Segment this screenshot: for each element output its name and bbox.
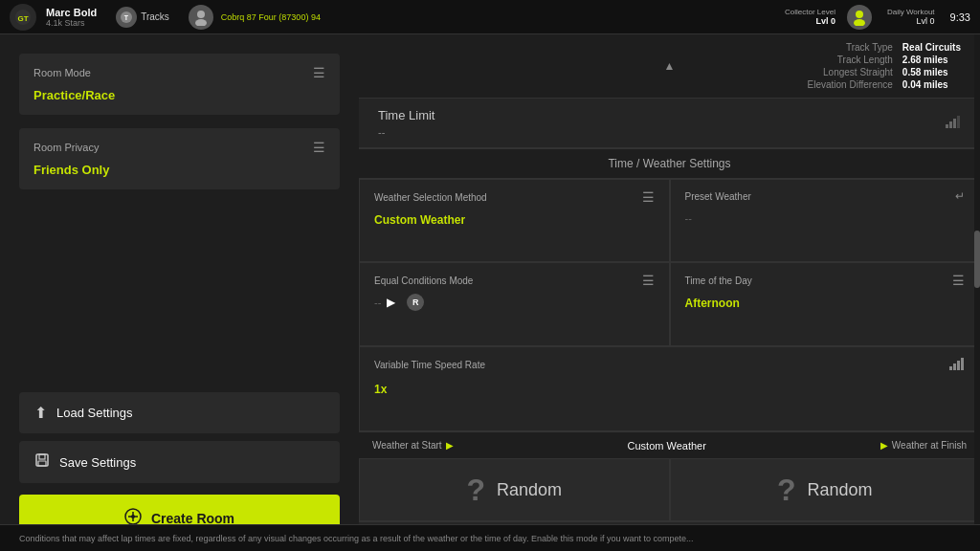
svg-point-4	[197, 11, 205, 18]
top-bar-credits: Collector Level Lvl 0 Daily Workout Lvl …	[785, 5, 970, 30]
track-stats: Track Type Real Circuits Track Length 2.…	[808, 42, 961, 90]
daily-label: Daily Workout	[887, 8, 935, 16]
variable-rate-label: Variable Time Speed Rate	[374, 360, 485, 370]
clock: 9:33	[950, 11, 970, 23]
svg-rect-19	[949, 366, 952, 370]
tracks-label: Tracks	[141, 11, 169, 22]
random-right-option[interactable]: ? Random	[670, 458, 981, 521]
svg-rect-22	[961, 358, 964, 370]
svg-point-6	[856, 11, 863, 18]
variable-rate-cell: Variable Time Speed Rate 1x	[359, 346, 980, 431]
settings-grid: Weather Selection Method ☰ Custom Weathe…	[359, 179, 980, 431]
svg-point-5	[195, 19, 207, 26]
user-name: Marc Bold	[46, 7, 97, 18]
daily-value: Lvl 0	[917, 16, 935, 26]
credits-display: Cobrq 87 Four (87300) 94	[221, 12, 321, 22]
cursor-arrow-icon: ▶	[387, 296, 395, 309]
weather-finish-tab[interactable]: ▶ Weather at Finish	[867, 432, 980, 458]
question-right-icon: ?	[777, 474, 796, 505]
room-privacy-label: Room Privacy	[33, 142, 99, 153]
equal-conditions-menu-icon[interactable]: ☰	[642, 273, 655, 288]
section-title: Time / Weather Settings	[608, 157, 730, 170]
longest-straight-value: 0.58 miles	[902, 67, 961, 77]
equal-conditions-cell: Equal Conditions Mode ☰ -- ▶ R	[359, 262, 670, 345]
random-left-option[interactable]: ? Random	[359, 458, 670, 521]
tracks-info: T Tracks	[116, 7, 169, 28]
weather-method-cell: Weather Selection Method ☰ Custom Weathe…	[359, 179, 670, 262]
daily-info: Daily Workout Lvl 0	[887, 8, 935, 26]
svg-text:T: T	[124, 14, 129, 21]
weather-method-value: Custom Weather	[374, 213, 465, 227]
svg-rect-17	[953, 119, 956, 128]
track-type-label: Track Type	[808, 42, 893, 53]
avatar-collector	[847, 5, 872, 30]
svg-text:GT: GT	[17, 14, 28, 23]
weather-tabs: Weather at Start ▶ Custom Weather ▶ Weat…	[359, 431, 980, 458]
equal-conditions-value: --	[374, 297, 381, 308]
weather-start-arrow-icon: ▶	[446, 440, 454, 451]
elevation-value: 0.04 miles	[902, 79, 961, 90]
scrollbar-track[interactable]	[974, 34, 980, 524]
right-panel: ▲ Track Type Real Circuits Track Length …	[359, 34, 980, 551]
time-of-day-menu-icon[interactable]: ☰	[952, 273, 965, 288]
load-settings-button[interactable]: ⬆ Load Settings	[19, 392, 340, 433]
room-mode-menu-icon[interactable]: ☰	[313, 65, 325, 80]
load-settings-label: Load Settings	[56, 406, 133, 420]
svg-rect-16	[949, 121, 952, 128]
load-icon: ⬆	[34, 404, 47, 422]
svg-point-7	[854, 19, 865, 26]
random-left-label: Random	[497, 480, 562, 500]
preset-weather-value: --	[685, 212, 692, 224]
weather-options: ? Random ? Random	[359, 458, 980, 521]
svg-rect-20	[953, 364, 956, 370]
bottom-bar-text: Conditions that may affect lap times are…	[19, 534, 694, 543]
svg-rect-21	[957, 361, 960, 370]
preset-weather-cell: Preset Weather ↵ --	[670, 179, 981, 262]
weather-finish-label: Weather at Finish	[892, 440, 967, 451]
weather-method-label: Weather Selection Method	[374, 192, 487, 203]
question-left-icon: ?	[466, 474, 485, 505]
time-limit-label: Time Limit	[378, 108, 434, 122]
user-info: Marc Bold 4.1k Stars	[46, 7, 97, 28]
bottom-bar: Conditions that may affect lap times are…	[0, 524, 980, 551]
signal-icon	[946, 115, 961, 131]
random-right-label: Random	[808, 480, 873, 500]
track-length-label: Track Length	[808, 55, 893, 65]
room-mode-block: Room Mode ☰ Practice/Race	[19, 54, 340, 115]
room-privacy-value: Friends Only	[33, 163, 109, 177]
time-of-day-label: Time of the Day	[685, 276, 752, 286]
time-of-day-cell: Time of the Day ☰ Afternoon	[670, 262, 981, 345]
room-privacy-block: Room Privacy ☰ Friends Only	[19, 128, 340, 189]
equal-conditions-label: Equal Conditions Mode	[374, 276, 473, 286]
cursor-r-badge: R	[407, 294, 424, 311]
svg-rect-15	[946, 124, 948, 128]
weather-section-header: Time / Weather Settings	[359, 148, 980, 179]
collector-info: Collector Level Lvl 0	[785, 8, 835, 26]
avatar-player	[189, 5, 213, 30]
preset-enter-icon: ↵	[955, 189, 965, 203]
scrollbar-thumb[interactable]	[974, 231, 980, 288]
longest-straight-label: Longest Straight	[808, 67, 893, 77]
left-panel: Room Mode ☰ Practice/Race Room Privacy ☰…	[0, 34, 359, 551]
preset-weather-label: Preset Weather	[685, 191, 751, 202]
weather-start-tab[interactable]: Weather at Start ▶	[359, 432, 467, 458]
collector-value: Lvl 0	[815, 16, 835, 26]
room-privacy-menu-icon[interactable]: ☰	[313, 140, 325, 155]
weather-center-label: Custom Weather	[467, 440, 867, 452]
collector-label: Collector Level	[785, 8, 835, 16]
chevron-up-icon[interactable]: ▲	[664, 59, 676, 73]
save-settings-button[interactable]: Save Settings	[19, 441, 340, 483]
user-sub: 4.1k Stars	[46, 18, 97, 28]
app-logo: GT	[10, 4, 36, 31]
weather-finish-arrow-icon: ▶	[880, 440, 888, 451]
track-info-bar: ▲ Track Type Real Circuits Track Length …	[359, 34, 980, 99]
tracks-icon: T	[116, 7, 137, 28]
elevation-label: Elevation Difference	[808, 79, 893, 90]
room-mode-label: Room Mode	[33, 67, 91, 78]
weather-method-menu-icon[interactable]: ☰	[642, 189, 655, 205]
variable-rate-icon	[949, 357, 965, 374]
save-settings-label: Save Settings	[59, 455, 136, 470]
track-type-value: Real Circuits	[902, 42, 961, 53]
weather-start-label: Weather at Start	[372, 440, 442, 451]
svg-rect-18	[957, 116, 960, 128]
